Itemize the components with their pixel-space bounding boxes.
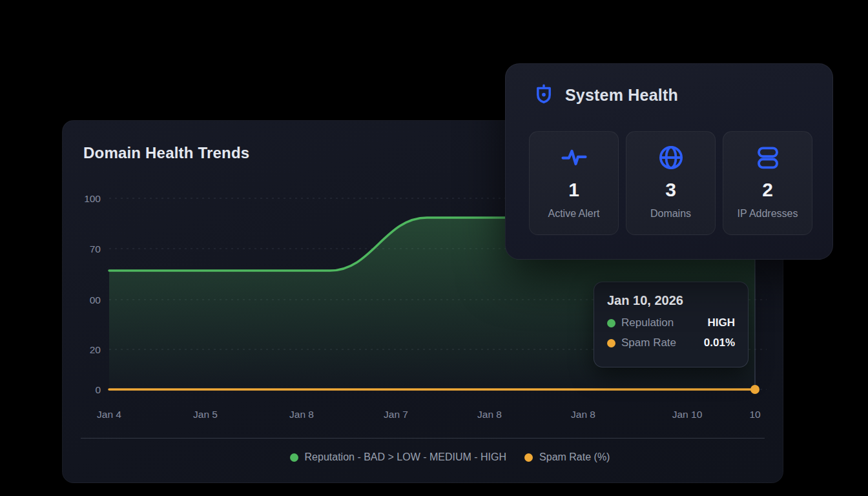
reputation-dot	[290, 453, 298, 462]
chart-legend: Reputation - BAD > LOW - MEDIUM - HIGHSp…	[90, 451, 810, 463]
stat-label: Active Alert	[548, 208, 599, 220]
spam-rate-dot	[607, 339, 615, 347]
legend-label: Spam Rate (%)	[539, 451, 610, 463]
system-health-header: System Health	[532, 82, 678, 108]
stat-box-domains: 3Domains	[626, 131, 716, 235]
tooltip-series-label: Repulation	[621, 316, 674, 329]
stat-box-ip-addresses: 2IP Addresses	[723, 131, 812, 235]
legend-label: Reputation - BAD > LOW - MEDIUM - HIGH	[305, 451, 507, 463]
legend-item: Spam Rate (%)	[524, 451, 610, 463]
y-axis-tick-label: 20	[90, 344, 101, 355]
system-health-title: System Health	[565, 86, 678, 105]
dashboard-page: Domain Health Trends 1007000200Jan 4Jan …	[0, 0, 868, 496]
y-axis-tick-label: 100	[84, 193, 101, 204]
tooltip-row: RepulationHIGH	[607, 316, 735, 329]
stat-label: IP Addresses	[738, 208, 798, 220]
stat-value: 3	[665, 180, 676, 200]
shield-icon	[532, 82, 556, 108]
x-axis-tick-label: Jan 8	[477, 409, 502, 420]
card-footer-divider	[81, 438, 765, 439]
y-axis-tick-label: 00	[90, 294, 101, 305]
y-axis-tick-label: 70	[90, 243, 101, 254]
tooltip-row: Spam Rate0.01%	[607, 336, 735, 349]
x-axis-tick-label: Jan 7	[384, 409, 408, 420]
stat-value: 1	[568, 180, 579, 200]
system-health-card: System Health 1Active Alert3Domains2IP A…	[505, 63, 833, 260]
x-axis-tick-label: Jan 8	[289, 409, 314, 420]
spam-rate-endpoint-dot	[750, 385, 760, 394]
system-health-stats: 1Active Alert3Domains2IP Addresses	[529, 131, 812, 235]
reputation-dot	[607, 319, 615, 327]
x-axis-tick-label: Jan 8	[571, 409, 595, 420]
x-axis-tick-label: Jan 5	[193, 409, 218, 420]
stat-value: 2	[762, 180, 773, 200]
server-icon	[754, 144, 781, 171]
x-axis-tick-label: 10	[749, 409, 761, 420]
chart-tooltip: Jan 10, 2026 RepulationHIGHSpam Rate0.01…	[594, 282, 749, 367]
x-axis-tick-label: Jan 10	[672, 409, 703, 420]
tooltip-series-value: HIGH	[708, 316, 736, 329]
x-axis-tick-label: Jan 4	[97, 409, 121, 420]
tooltip-date: Jan 10, 2026	[607, 293, 735, 308]
stat-label: Domains	[650, 208, 691, 220]
globe-icon	[657, 144, 685, 171]
stat-box-active-alert: 1Active Alert	[529, 131, 619, 235]
legend-item: Reputation - BAD > LOW - MEDIUM - HIGH	[290, 451, 507, 463]
activity-icon	[561, 144, 588, 171]
y-axis-tick-label: 0	[95, 384, 101, 395]
spam-rate-dot	[524, 453, 533, 462]
tooltip-series-label: Spam Rate	[621, 336, 676, 349]
tooltip-series-value: 0.01%	[704, 336, 735, 349]
